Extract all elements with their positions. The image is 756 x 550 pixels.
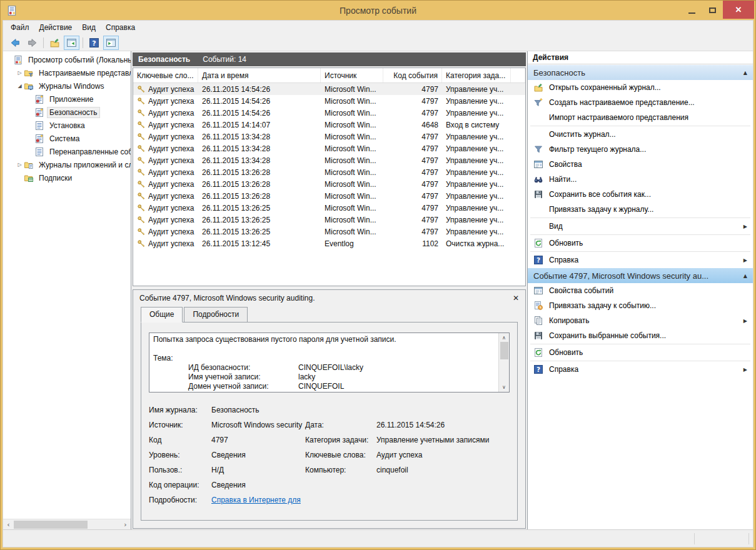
maximize-button[interactable] xyxy=(702,1,723,20)
menu-item[interactable]: Справка xyxy=(101,21,140,34)
close-detail-icon[interactable]: ✕ xyxy=(513,294,519,302)
keywords-cell: Аудит успеха xyxy=(148,156,194,165)
event-row[interactable]: Аудит успеха 26.11.2015 13:34:28 Microso… xyxy=(133,131,525,142)
collapse-icon[interactable]: ▲ xyxy=(743,70,747,76)
event-row[interactable]: Аудит успеха 26.11.2015 13:26:25 Microso… xyxy=(133,202,525,214)
close-button[interactable]: ✕ xyxy=(723,1,754,19)
event-row[interactable]: Аудит успеха 26.11.2015 13:26:25 Microso… xyxy=(133,214,525,226)
tree-item[interactable]: ▷ Настраиваемые представле xyxy=(3,66,131,79)
action-item[interactable]: Привязать задачу к журналу... ▶ xyxy=(528,202,753,217)
field-label: Дата: xyxy=(305,421,376,429)
key-icon xyxy=(137,132,146,141)
open-saved-log-button[interactable] xyxy=(47,36,63,50)
scroll-down-icon[interactable]: ∨ xyxy=(502,384,506,390)
action-item[interactable]: Открыть сохраненный журнал... ▶ xyxy=(528,80,753,95)
action-item[interactable]: Фильтр текущего журнала... ▶ xyxy=(528,142,753,157)
tab-general[interactable]: Общие xyxy=(141,307,183,322)
scroll-thumb[interactable] xyxy=(14,521,88,529)
title-bar[interactable]: Просмотр событий ✕ xyxy=(1,1,755,20)
event-rows: Аудит успеха 26.11.2015 14:54:26 Microso… xyxy=(133,83,525,286)
column-header[interactable]: Источник xyxy=(321,68,383,82)
action-section-header[interactable]: Событие 4797, Microsoft Windows security… xyxy=(528,268,753,283)
event-row[interactable]: Аудит успеха 26.11.2015 14:54:26 Microso… xyxy=(133,83,525,95)
action-item[interactable]: Копировать ▶ xyxy=(528,313,753,328)
action-item[interactable]: Очистить журнал... ▶ xyxy=(528,127,753,142)
event-id-cell: 4797 xyxy=(383,166,442,178)
action-item[interactable]: Найти... ▶ xyxy=(528,172,753,187)
column-header[interactable]: Дата и время xyxy=(198,68,321,82)
action-item[interactable]: Сохранить все события как... ▶ xyxy=(528,187,753,202)
toolbar-separator xyxy=(83,38,83,48)
event-row[interactable]: Аудит успеха 26.11.2015 14:54:26 Microso… xyxy=(133,107,525,119)
action-item[interactable]: Обновить ▶ xyxy=(528,345,753,360)
event-row[interactable]: Аудит успеха 26.11.2015 14:54:26 Microso… xyxy=(133,95,525,107)
datetime-cell: 26.11.2015 13:34:28 xyxy=(198,154,321,166)
tree-item[interactable]: Приложение xyxy=(3,92,131,106)
show-action-pane-button[interactable] xyxy=(103,36,119,50)
action-item[interactable]: Импорт настраиваемого представления ▶ xyxy=(528,110,753,125)
event-row[interactable]: Аудит успеха 26.11.2015 13:12:45 Eventlo… xyxy=(133,238,525,249)
online-help-link[interactable]: Справка в Интернете для xyxy=(211,496,305,504)
source-cell: Microsoft Win... xyxy=(321,131,383,142)
help-button[interactable] xyxy=(86,36,102,50)
collapse-icon[interactable]: ▲ xyxy=(743,273,747,279)
minimize-button[interactable] xyxy=(682,1,702,20)
expander-icon[interactable]: ▷ xyxy=(16,70,24,76)
event-row[interactable]: Аудит успеха 26.11.2015 13:34:28 Microso… xyxy=(133,142,525,154)
event-row[interactable]: Аудит успеха 26.11.2015 13:26:25 Microso… xyxy=(133,226,525,238)
tree-horizontal-scrollbar[interactable]: ‹ › xyxy=(3,519,131,529)
console-tree: Просмотр событий (Локальнь ▷ Настраиваем… xyxy=(3,51,131,519)
event-id-cell: 4797 xyxy=(383,107,442,119)
tree-item[interactable]: Безопасность xyxy=(3,106,131,119)
keywords-cell: Аудит успеха xyxy=(148,121,194,129)
field-value: Microsoft Windows security xyxy=(211,421,305,429)
forward-button[interactable] xyxy=(24,36,40,50)
show-console-tree-button[interactable] xyxy=(64,36,79,50)
expander-icon[interactable]: ◢ xyxy=(16,83,24,89)
column-header[interactable]: Ключевые сло... xyxy=(133,68,198,82)
detail-tab-content: Попытка запроса существования пустого па… xyxy=(141,322,518,521)
action-item[interactable]: Свойства событий ▶ xyxy=(528,283,753,298)
event-row[interactable]: Аудит успеха 26.11.2015 13:34:28 Microso… xyxy=(133,154,525,166)
menu-item[interactable]: Действие xyxy=(34,21,78,34)
event-row[interactable]: Аудит успеха 26.11.2015 13:26:28 Microso… xyxy=(133,190,525,202)
tree-item[interactable]: ▷ Журналы приложений и сл xyxy=(3,158,131,171)
action-item[interactable]: Справка ▶ xyxy=(528,252,753,268)
event-row[interactable]: Аудит успеха 26.11.2015 14:14:07 Microso… xyxy=(133,119,525,131)
action-item[interactable]: Привязать задачу к событию... ▶ xyxy=(528,298,753,313)
menu-item[interactable]: Файл xyxy=(6,21,34,34)
tree-item[interactable]: Установка xyxy=(3,119,131,132)
expander-icon[interactable]: ▷ xyxy=(16,162,24,168)
column-header[interactable]: Код события xyxy=(383,68,442,82)
category-cell: Управление уч... xyxy=(442,166,511,178)
event-row[interactable]: Аудит успеха 26.11.2015 13:26:28 Microso… xyxy=(133,178,525,190)
help-icon xyxy=(89,38,99,48)
action-section-header[interactable]: Безопасность ▲ xyxy=(528,65,753,80)
scroll-left-icon[interactable]: ‹ xyxy=(3,521,14,529)
scroll-up-icon[interactable]: ∧ xyxy=(502,335,506,341)
description-scrollbar[interactable]: ∧ ∨ xyxy=(498,333,509,392)
event-id-cell: 4797 xyxy=(383,131,442,142)
action-item[interactable]: Вид ▶ xyxy=(528,219,753,234)
field-label: Код xyxy=(149,436,211,444)
tree-item[interactable]: Просмотр событий (Локальнь xyxy=(3,53,131,66)
tab-details[interactable]: Подробности xyxy=(184,307,248,322)
tree-item[interactable]: ◢ Журналы Windows xyxy=(3,79,131,92)
tree-item[interactable]: Перенаправленные соб xyxy=(3,145,131,158)
action-item[interactable]: Обновить ▶ xyxy=(528,236,753,251)
key-icon xyxy=(137,97,146,106)
action-item[interactable]: Создать настраиваемое представление... ▶ xyxy=(528,95,753,110)
action-item[interactable]: Свойства ▶ xyxy=(528,157,753,172)
action-item[interactable]: Справка ▶ xyxy=(528,362,753,377)
scroll-thumb[interactable] xyxy=(500,342,508,359)
scroll-right-icon[interactable]: › xyxy=(120,521,131,529)
tree-item[interactable]: Подписки xyxy=(3,171,131,184)
action-item[interactable]: Сохранить выбранные события... ▶ xyxy=(528,328,753,343)
tree-item[interactable]: Система xyxy=(3,132,131,145)
back-button[interactable] xyxy=(8,36,23,50)
category-cell: Управление уч... xyxy=(442,214,511,226)
column-header[interactable]: Категория зада... xyxy=(442,68,511,82)
datetime-cell: 26.11.2015 13:26:25 xyxy=(198,214,321,226)
menu-item[interactable]: Вид xyxy=(77,21,101,34)
event-row[interactable]: Аудит успеха 26.11.2015 13:26:28 Microso… xyxy=(133,166,525,178)
